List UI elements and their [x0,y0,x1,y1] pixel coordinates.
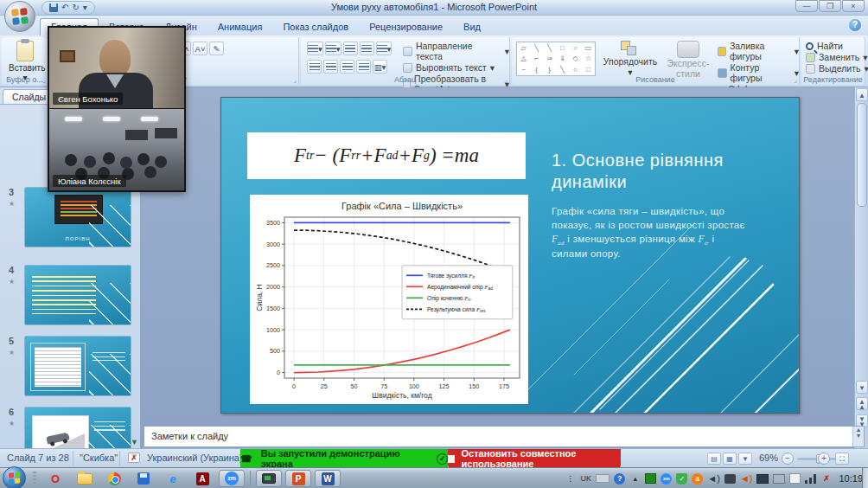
justify-button[interactable] [356,60,371,74]
shape-fill-button[interactable]: Заливка фигуры ▾ [718,41,799,61]
tab-Рецензирование[interactable]: Рецензирование [359,19,453,35]
bullets-button[interactable]: ▾ [307,42,323,55]
align-left-button[interactable] [307,60,322,74]
normal-view-button[interactable]: ▤ [707,453,721,465]
shield-check-icon[interactable]: ✓ [676,473,687,485]
display-light-icon[interactable] [773,474,785,484]
green-app-icon[interactable] [645,473,656,484]
screen-share-app-icon[interactable] [256,470,282,487]
shape-icon[interactable]: ╲ [560,66,565,74]
tab-Анимация[interactable]: Анимация [207,19,273,35]
minimize-button[interactable]: — [795,0,818,12]
slide-thumbnail-4[interactable] [24,265,131,325]
slide-heading[interactable]: 1. Основне рівняння динаміки [552,150,742,193]
network-error-icon[interactable]: ✗ [820,472,832,485]
video-participant-1[interactable]: Євген Бохонько [49,28,184,109]
increase-indent-button[interactable] [360,42,374,55]
replace-button[interactable]: Заменить ▾ [806,52,868,62]
columns-button[interactable]: ▥▾ [373,60,387,74]
shrink-font-button[interactable]: A˅ [193,42,207,55]
shape-icon[interactable]: ◇ [572,55,578,62]
vertical-scrollbar[interactable]: ▲ ▼ ▲▲ ▼▼ [854,87,868,448]
notes-pane[interactable]: Заметки к слайду ▲▼ [144,426,865,447]
previous-slide-button[interactable]: ▲▲ [856,397,868,410]
dialog-launcher-icon[interactable]: ⌟ [293,76,297,84]
dialog-launcher-icon[interactable]: ⌟ [794,76,797,84]
slideshow-button[interactable]: ▼ [738,453,752,465]
volume-icon[interactable]: ◄) [707,472,720,485]
formula-box[interactable]: Ftr − (Frr + Fad + Fg) = ma [247,132,526,179]
tab-Показ слайдов[interactable]: Показ слайдов [272,19,359,35]
expand-tray-icon[interactable]: ▴ [629,472,641,485]
dialog-launcher-icon[interactable]: ⌟ [504,76,507,84]
shape-icon[interactable]: { [535,66,538,74]
internet-explorer-icon[interactable]: e [160,470,186,487]
notes-scrollbar[interactable]: ▲▼ [852,427,864,446]
align-text-button[interactable]: Выровнять текст ▾ [403,62,509,73]
scroll-up-icon[interactable]: ▲ [856,88,868,101]
decrease-indent-button[interactable] [343,42,358,55]
find-button[interactable]: Найти [806,41,868,51]
chrome-icon[interactable] [101,470,127,487]
shape-icon[interactable]: } [548,66,551,74]
zoom-in-button[interactable]: + [818,453,830,465]
line-spacing-button[interactable]: ▾ [376,42,393,55]
shape-icon[interactable]: ○ [573,44,578,52]
sidebar-scroll-down-icon[interactable]: ▼ [131,438,138,446]
device-icon[interactable] [724,474,736,484]
slide-canvas[interactable]: Ftr − (Frr + Fad + Fg) = ma Графік «Сила… [220,97,800,414]
zoom-video-overlay[interactable]: Євген Бохонько Юліана Колєснік [48,26,186,192]
tray-grip[interactable]: ⋮ [565,472,576,485]
scrollbar-thumb[interactable] [857,103,867,207]
slide-thumbnail-5[interactable] [24,336,131,396]
explorer-icon[interactable] [72,470,98,487]
align-center-button[interactable] [323,60,338,74]
scheduler-icon[interactable] [789,473,801,484]
slide-body-text[interactable]: Графік «сила тяги – швидкість», що показ… [552,205,749,260]
adobe-reader-icon[interactable]: A [189,470,215,487]
display-icon[interactable] [756,474,769,484]
powerpoint-icon[interactable]: P [285,470,311,487]
video-participant-2[interactable]: Юліана Колєснік [49,109,184,190]
dialog-launcher-icon[interactable]: ⌟ [42,76,46,84]
shape-icon[interactable]: ⌐ [534,55,539,62]
shape-icon[interactable]: ☆ [585,55,591,62]
align-right-button[interactable] [340,60,354,74]
quick-styles-button[interactable]: Экспресс-стили [661,41,716,79]
opera-icon[interactable]: O [42,470,68,487]
zoom-out-button[interactable]: − [782,453,794,465]
floppy-app-icon[interactable] [131,470,156,487]
clock[interactable]: 10:19 [839,473,863,484]
stop-sharing-button[interactable]: Остановить совместное использование [448,449,621,468]
zoom-app-icon[interactable]: zm [219,470,245,487]
language-status[interactable]: Украинский (Украина) [147,453,243,463]
keyboard-icon[interactable] [596,474,610,483]
office-button[interactable] [4,1,35,32]
fit-to-window-button[interactable]: ⛶ [835,453,849,465]
start-button[interactable] [3,466,26,488]
clear-format-button[interactable]: ✎ [209,42,224,55]
scroll-down-icon[interactable]: ▼ [856,381,868,394]
shape-icon[interactable]: ▭ [585,44,592,52]
restore-button[interactable]: ❒ [819,0,841,12]
shapes-gallery[interactable]: ▱╲╲□○▭△⌐⇒⇓◇☆~{}╲○□ [516,42,596,76]
shape-icon[interactable]: △ [520,55,526,62]
shape-icon[interactable]: ~ [521,66,526,74]
text-direction-button[interactable]: Направление текста ▾ [403,41,509,61]
spellcheck-icon[interactable]: ✗ [128,453,140,463]
help-icon[interactable]: ? [849,19,861,31]
shape-icon[interactable]: ╲ [534,44,539,52]
shape-icon[interactable]: □ [586,66,590,74]
shape-icon[interactable]: ╲ [547,44,552,52]
chart-box[interactable]: Графік «Сила – Швидкість»025507510012515… [250,195,528,404]
volume-orange-icon[interactable]: ◄) [740,472,753,485]
slide-sorter-button[interactable]: ▦ [723,453,737,465]
help-tray-icon[interactable]: ? [614,473,625,485]
tab-Вид[interactable]: Вид [453,19,491,35]
language-indicator[interactable]: UK [580,472,591,485]
slide-thumbnail-3[interactable]: ПОРІВН [24,187,131,247]
numbering-button[interactable]: ▾ [325,42,341,55]
theme-name[interactable]: "Скибка" [80,453,118,463]
close-button[interactable]: × [842,0,865,12]
shape-icon[interactable]: ▱ [520,44,526,52]
